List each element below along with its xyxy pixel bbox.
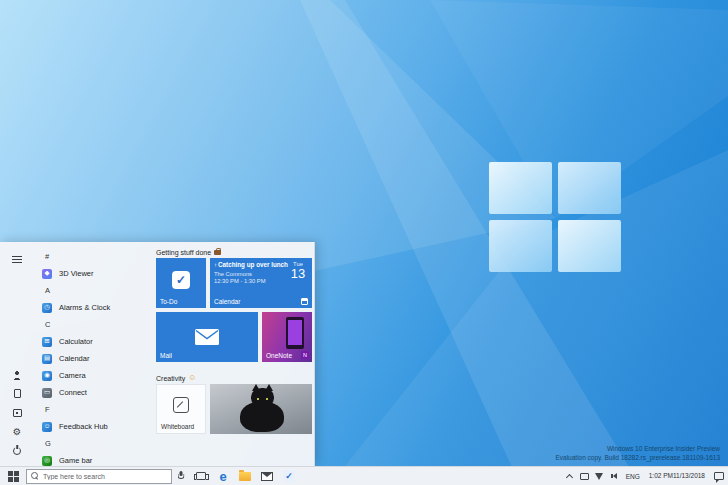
calendar-day-name: Tue — [288, 261, 308, 267]
todo-check-icon: ✓ — [283, 470, 295, 482]
mail-envelope-icon — [195, 329, 219, 345]
tile-mail[interactable]: Mail — [156, 312, 258, 362]
tile-photo-cat[interactable] — [210, 384, 312, 434]
letter-label: F — [45, 405, 50, 414]
show-hidden-icons-button[interactable] — [563, 467, 577, 485]
evaluation-watermark: Windows 10 Enterprise Insider Preview Ev… — [555, 445, 720, 463]
feedback-hub-icon: ☺ — [42, 422, 52, 432]
mail-icon — [261, 472, 273, 481]
app-list-letter-f[interactable]: F — [34, 401, 152, 418]
whiteboard-icon — [173, 397, 189, 413]
app-label: Game bar — [59, 456, 92, 465]
app-label: Alarms & Clock — [59, 303, 110, 312]
pictures-button[interactable] — [5, 403, 29, 422]
cortana-mic-button[interactable] — [172, 467, 190, 485]
tile-label: Calendar — [214, 298, 240, 305]
app-list-item-camera[interactable]: ◉ Camera — [34, 367, 152, 384]
hamburger-icon — [12, 256, 22, 264]
calendar-date: Tue 13 — [288, 261, 308, 284]
game-bar-icon: ◎ — [42, 456, 52, 466]
letter-label: A — [45, 286, 50, 295]
3d-viewer-icon: ◆ — [42, 269, 52, 279]
camera-icon: ◉ — [42, 371, 52, 381]
tray-network-button[interactable] — [592, 467, 607, 485]
app-list-item-3d-viewer[interactable]: ◆ 3D Viewer — [34, 265, 152, 282]
app-list-item-connect[interactable]: ▭ Connect — [34, 384, 152, 401]
onenote-live-phone-image — [286, 317, 304, 349]
briefcase-icon — [214, 250, 221, 255]
app-list: # ◆ 3D Viewer A ◷ Alarms & Clock C ⊞ Cal… — [34, 242, 152, 466]
app-list-item-calculator[interactable]: ⊞ Calculator — [34, 333, 152, 350]
onenote-badge-icon: N — [301, 351, 309, 359]
taskbar-edge-button[interactable]: e — [212, 467, 234, 485]
letter-label: # — [45, 252, 49, 261]
tile-whiteboard[interactable]: Whiteboard — [156, 384, 206, 434]
tray-volume-button[interactable] — [607, 467, 622, 485]
search-input[interactable] — [43, 473, 167, 480]
settings-button[interactable]: ⚙ — [5, 422, 29, 441]
speaker-icon — [611, 473, 617, 479]
task-view-button[interactable] — [190, 467, 212, 485]
app-list-letter-g[interactable]: G — [34, 435, 152, 452]
app-list-letter-c[interactable]: C — [34, 316, 152, 333]
connect-icon: ▭ — [42, 388, 52, 398]
app-label: Calendar — [59, 354, 89, 363]
app-list-item-feedback-hub[interactable]: ☺ Feedback Hub — [34, 418, 152, 435]
user-icon — [12, 370, 22, 380]
up-arrow-icon: ↑ — [214, 262, 217, 268]
chevron-up-icon — [566, 473, 573, 480]
app-list-item-alarms-clock[interactable]: ◷ Alarms & Clock — [34, 299, 152, 316]
tile-label: Mail — [160, 352, 172, 359]
group-title: Getting stuff done — [156, 249, 211, 256]
clock-date: 11/13/2018 — [673, 472, 705, 480]
clock[interactable]: 1:02 PM 11/13/2018 — [644, 467, 710, 485]
start-menu-rail: ⚙ — [0, 242, 34, 466]
tile-group-creativity[interactable]: Creativity ☺ — [156, 372, 196, 384]
watermark-line1: Windows 10 Enterprise Insider Preview — [555, 445, 720, 454]
wifi-icon — [595, 473, 603, 480]
action-center-button[interactable] — [710, 467, 728, 485]
tile-area: Getting stuff done ✓ To-Do ↑Catching up … — [152, 242, 314, 466]
task-view-icon — [196, 472, 206, 480]
tray-display-button[interactable] — [577, 467, 592, 485]
user-account-button[interactable] — [5, 365, 29, 384]
taskbar-file-explorer-button[interactable] — [234, 467, 256, 485]
group-title: Creativity — [156, 375, 185, 382]
power-button[interactable] — [5, 441, 29, 460]
app-label: Feedback Hub — [59, 422, 108, 431]
app-list-letter-a[interactable]: A — [34, 282, 152, 299]
app-list-item-game-bar[interactable]: ◎ Game bar — [34, 452, 152, 466]
folder-icon — [239, 472, 251, 481]
calculator-icon: ⊞ — [42, 337, 52, 347]
language-indicator[interactable]: ENG — [622, 467, 644, 485]
app-list-letter-hash[interactable]: # — [34, 248, 152, 265]
document-icon — [14, 389, 21, 398]
app-label: Connect — [59, 388, 87, 397]
mic-arc — [178, 474, 185, 479]
tile-calendar[interactable]: ↑Catching up over lunch The Commons 12:3… — [210, 258, 312, 308]
tile-group-getting-stuff-done[interactable]: Getting stuff done — [156, 246, 221, 258]
start-button[interactable] — [0, 467, 26, 485]
monitor-icon — [580, 473, 589, 480]
taskbar-mail-button[interactable] — [256, 467, 278, 485]
taskbar-todo-button[interactable]: ✓ — [278, 467, 300, 485]
letter-label: G — [45, 439, 51, 448]
tile-onenote[interactable]: OneNote N — [262, 312, 312, 362]
documents-button[interactable] — [5, 384, 29, 403]
taskbar-search-box[interactable] — [26, 469, 172, 484]
calendar-event: ↑Catching up over lunch The Commons 12:3… — [214, 261, 288, 284]
calendar-event-time: 12:30 PM - 1:30 PM — [214, 278, 288, 284]
app-label: 3D Viewer — [59, 269, 93, 278]
calendar-event-title: ↑Catching up over lunch — [214, 261, 288, 269]
expand-menu-button[interactable] — [5, 250, 29, 269]
app-list-item-calendar[interactable]: ▤ Calendar — [34, 350, 152, 367]
start-menu: ⚙ # ◆ 3D Viewer A ◷ Alarms & Clock C — [0, 242, 315, 466]
smiley-icon: ☺ — [188, 374, 196, 382]
tile-todo[interactable]: ✓ To-Do — [156, 258, 206, 308]
action-center-icon — [714, 472, 724, 480]
microphone-icon — [176, 470, 186, 482]
todo-check-icon: ✓ — [172, 271, 190, 289]
search-icon — [31, 472, 39, 480]
clock-time: 1:02 PM — [649, 472, 673, 480]
tile-label: OneNote — [266, 352, 292, 359]
